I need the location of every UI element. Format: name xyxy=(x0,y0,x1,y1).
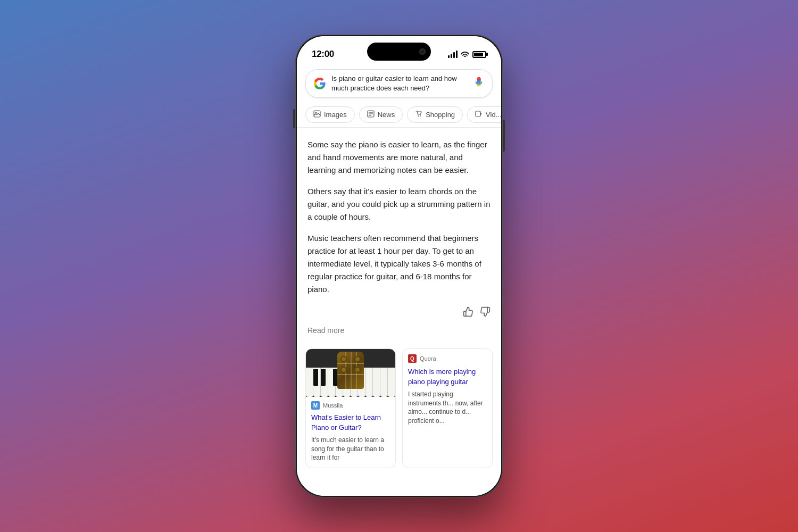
battery-icon xyxy=(472,51,486,58)
google-logo xyxy=(313,77,326,90)
quora-source-row: Q Quora xyxy=(403,349,492,366)
phone-screen: 12:00 xyxy=(297,36,501,496)
piano-guitar-image xyxy=(306,349,395,397)
svg-point-7 xyxy=(420,115,421,117)
svg-point-1 xyxy=(315,112,317,114)
mussila-icon: M xyxy=(311,401,320,410)
tab-videos[interactable]: Vid... xyxy=(467,106,501,123)
wifi-icon xyxy=(461,51,469,59)
status-time: 12:00 xyxy=(312,49,334,60)
phone-frame: 12:00 xyxy=(295,35,503,497)
camera-icon xyxy=(419,48,426,55)
answer-paragraph-3: Music teachers often recommend that begi… xyxy=(307,232,491,296)
search-query-text: Is piano or guitar easier to learn and h… xyxy=(331,74,468,93)
svg-point-6 xyxy=(418,115,419,117)
card-mussila-source: M Mussila xyxy=(306,397,395,412)
search-bar-container: Is piano or guitar easier to learn and h… xyxy=(297,65,501,102)
filter-tabs: Images News xyxy=(297,102,501,128)
ai-answer-section: Some say the piano is easier to learn, a… xyxy=(297,128,501,348)
svg-rect-0 xyxy=(314,111,320,117)
images-tab-icon xyxy=(313,110,321,119)
shopping-tab-label: Shopping xyxy=(426,111,455,119)
mussila-source-label: Mussila xyxy=(323,402,343,409)
card-mussila[interactable]: M Mussila What's Easier to Learn Piano o… xyxy=(305,348,396,468)
shopping-tab-icon xyxy=(415,110,422,119)
answer-paragraph-2: Others say that it's easier to learn cho… xyxy=(307,185,491,223)
card-mussila-snippet: It's much easier to learn a song for the… xyxy=(306,436,395,468)
quora-source: Q Quora xyxy=(408,354,487,363)
tab-shopping[interactable]: Shopping xyxy=(407,106,463,123)
videos-tab-icon xyxy=(475,110,483,119)
card-quora-snippet: I started playing instruments th... now,… xyxy=(403,390,492,431)
status-bar: 12:00 xyxy=(297,36,501,65)
svg-rect-8 xyxy=(476,111,480,117)
images-tab-label: Images xyxy=(324,111,347,119)
signal-icon xyxy=(448,51,458,58)
dynamic-island xyxy=(367,43,431,61)
guitar-overlay xyxy=(337,352,364,389)
mic-icon[interactable] xyxy=(473,77,485,90)
content-area[interactable]: Some say the piano is easier to learn, a… xyxy=(297,128,501,496)
news-tab-label: News xyxy=(378,111,395,119)
card-mussila-title[interactable]: What's Easier to Learn Piano or Guitar? xyxy=(306,412,395,435)
card-quora-title[interactable]: Which is more playing piano playing guit… xyxy=(403,366,492,389)
answer-paragraph-1: Some say the piano is easier to learn, a… xyxy=(307,138,491,177)
feedback-row xyxy=(307,304,491,324)
tab-images[interactable]: Images xyxy=(305,106,355,123)
search-bar[interactable]: Is piano or guitar easier to learn and h… xyxy=(305,69,493,98)
videos-tab-label: Vid... xyxy=(486,111,501,119)
card-quora[interactable]: Q Quora Which is more playing piano play… xyxy=(402,348,493,468)
thumbs-down-button[interactable] xyxy=(480,306,491,320)
news-tab-icon xyxy=(367,110,375,119)
quora-source-label: Quora xyxy=(420,355,436,362)
read-more-link[interactable]: Read more xyxy=(307,324,491,343)
quora-icon: Q xyxy=(408,354,417,363)
cards-section: M Mussila What's Easier to Learn Piano o… xyxy=(297,348,501,479)
tab-news[interactable]: News xyxy=(359,106,403,123)
status-icons xyxy=(448,51,486,59)
thumbs-up-button[interactable] xyxy=(463,306,473,320)
